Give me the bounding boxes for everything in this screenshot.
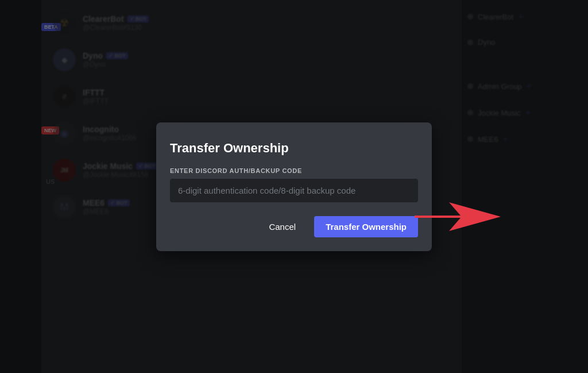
transfer-ownership-modal: Transfer Ownership ENTER DISCORD AUTH/BA…: [156, 122, 432, 251]
modal-actions: Cancel Transfer Ownership: [170, 216, 418, 237]
auth-code-input[interactable]: [170, 179, 418, 202]
modal-overlay: Transfer Ownership ENTER DISCORD AUTH/BA…: [0, 0, 588, 373]
svg-marker-0: [415, 202, 501, 231]
transfer-ownership-button[interactable]: Transfer Ownership: [314, 216, 418, 237]
modal-field-label: ENTER DISCORD AUTH/BACKUP CODE: [170, 167, 418, 174]
cancel-button[interactable]: Cancel: [260, 217, 305, 236]
red-arrow-icon: [415, 199, 501, 234]
modal-title: Transfer Ownership: [170, 141, 418, 156]
arrow-pointer: [415, 199, 501, 234]
